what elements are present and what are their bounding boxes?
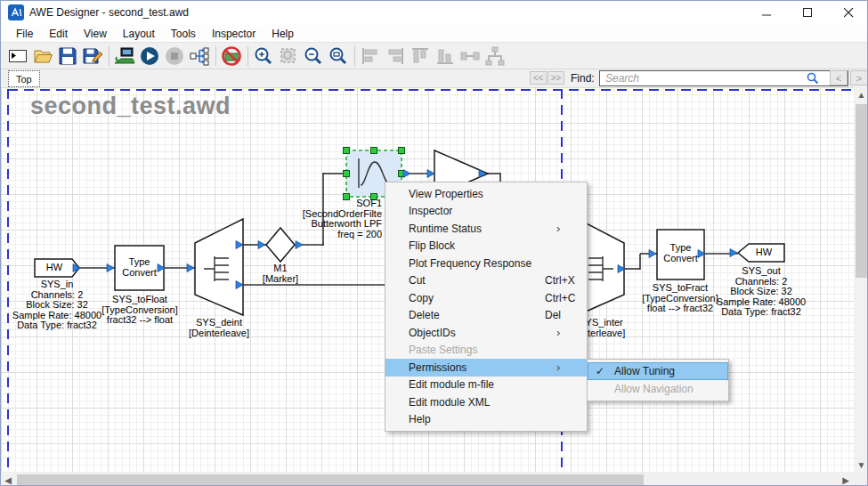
open-button[interactable] bbox=[31, 45, 54, 68]
menubar-item-layout[interactable]: Layout bbox=[115, 26, 163, 42]
canvas-title: second_test.awd bbox=[30, 93, 231, 120]
sys-deint-label: SYS_deint[Deinterleave] bbox=[189, 318, 249, 338]
menu-item-label: Help bbox=[409, 413, 431, 425]
new-design-icon bbox=[7, 45, 28, 67]
block-context-menu: View PropertiesInspectorRuntime Status›F… bbox=[385, 182, 588, 432]
connect-pins-button bbox=[458, 45, 482, 68]
vertical-scrollbar[interactable]: ▲ ▼ bbox=[854, 87, 868, 473]
menu-item-paste-settings: Paste Settings bbox=[385, 342, 587, 360]
menu-item-label: Edit module m-file bbox=[409, 378, 494, 391]
align-left-icon bbox=[360, 45, 381, 67]
maximize-icon bbox=[803, 8, 813, 18]
horizontal-scrollbar[interactable]: ◀ ▶ bbox=[1, 473, 854, 486]
new-design-button[interactable] bbox=[6, 45, 29, 68]
menu-item-objectids[interactable]: ObjectIDs› bbox=[385, 324, 587, 342]
app-logo-icon bbox=[8, 4, 24, 20]
save-icon bbox=[57, 45, 78, 67]
maximize-button[interactable] bbox=[787, 1, 828, 25]
submenu-arrow-icon: › bbox=[556, 222, 560, 235]
propagate-changes-button[interactable] bbox=[188, 45, 211, 68]
stop-icon bbox=[164, 45, 185, 67]
block-label-line: SOF1 bbox=[303, 198, 382, 209]
page-boundary-top bbox=[8, 89, 852, 91]
submenu-arrow-icon: › bbox=[556, 326, 560, 339]
submenu-item-label: Allow Tuning bbox=[614, 365, 675, 377]
menubar-item-edit[interactable]: Edit bbox=[41, 26, 76, 42]
align-bottom-button bbox=[434, 45, 457, 68]
find-prev-button[interactable]: < bbox=[830, 70, 848, 85]
find-label: Find: bbox=[571, 72, 595, 85]
align-top-button bbox=[409, 45, 432, 68]
submenu-arrow-icon: › bbox=[556, 360, 560, 374]
build-to-hardware-button[interactable] bbox=[113, 45, 136, 68]
hardware-disabled-button[interactable] bbox=[220, 45, 243, 68]
sys-tofract-label: SYS_toFract[TypeConversion]float --> fra… bbox=[642, 283, 718, 314]
minimize-button[interactable] bbox=[746, 1, 787, 25]
submenu-item-allow-tuning[interactable]: ✓Allow Tuning bbox=[588, 362, 728, 380]
align-left-button bbox=[359, 45, 382, 68]
menu-item-delete[interactable]: DeleteDel bbox=[385, 307, 587, 325]
minimize-icon bbox=[762, 8, 772, 18]
save-button[interactable] bbox=[56, 45, 79, 68]
page-boundary-left bbox=[7, 89, 9, 473]
sys-out-shape-label: HW bbox=[746, 247, 782, 258]
menubar-item-inspector[interactable]: Inspector bbox=[204, 26, 264, 42]
menu-item-copy[interactable]: CopyCtrl+C bbox=[385, 289, 587, 307]
menubar-item-file[interactable]: File bbox=[8, 26, 41, 42]
save-as-button[interactable] bbox=[81, 45, 104, 68]
sof1-label: SOF1[SecondOrderFilteButterworth LPFfreq… bbox=[303, 198, 382, 239]
sys-tofract-shape-label: Type Convert bbox=[653, 243, 708, 263]
close-icon bbox=[844, 8, 854, 18]
block-label-line: Data Type: fract32 bbox=[12, 320, 101, 331]
tab-top[interactable]: Top bbox=[8, 70, 40, 87]
scroll-down-icon[interactable]: ▼ bbox=[854, 458, 868, 473]
scroll-left-icon[interactable]: ◀ bbox=[1, 473, 15, 486]
block-label-line: SYS_deint bbox=[189, 318, 249, 328]
search-icon[interactable] bbox=[807, 72, 819, 85]
horizontal-scroll-thumb[interactable] bbox=[17, 474, 644, 485]
run-button[interactable] bbox=[138, 45, 161, 68]
find-prev-all-button[interactable]: << bbox=[530, 71, 547, 85]
block-label-line: SYS_toFloat bbox=[101, 295, 178, 305]
close-button[interactable] bbox=[828, 1, 868, 25]
menu-item-runtime-status[interactable]: Runtime Status› bbox=[385, 220, 587, 238]
zoom-in-button[interactable] bbox=[252, 45, 275, 68]
menubar-item-help[interactable]: Help bbox=[264, 26, 302, 42]
menu-item-permissions[interactable]: Permissions› bbox=[385, 359, 587, 377]
sys-in-label: SYS_inChannels: 2Block Size: 32Sample Ra… bbox=[12, 279, 101, 331]
route-wires-icon bbox=[484, 45, 506, 67]
menu-item-label: Cut bbox=[409, 274, 426, 287]
zoom-fit-button[interactable] bbox=[327, 45, 350, 68]
permissions-submenu: ✓Allow TuningAllow Navigation bbox=[587, 359, 729, 401]
scroll-up-icon[interactable]: ▲ bbox=[854, 87, 868, 102]
menu-item-plot-frequency-response[interactable]: Plot Frequency Response bbox=[385, 255, 587, 272]
menu-item-edit-module-xml[interactable]: Edit module XML bbox=[385, 393, 587, 411]
menu-item-edit-module-m-file[interactable]: Edit module m-file bbox=[385, 377, 587, 394]
menubar-item-tools[interactable]: Tools bbox=[163, 26, 204, 42]
align-bottom-icon bbox=[434, 45, 456, 67]
align-right-icon bbox=[385, 45, 406, 67]
menu-item-label: Runtime Status bbox=[409, 223, 482, 235]
align-right-button bbox=[384, 45, 407, 68]
find-next-all-button[interactable]: >> bbox=[548, 71, 564, 85]
zoom-in-icon bbox=[253, 45, 274, 67]
menu-item-flip-block[interactable]: Flip Block bbox=[385, 238, 587, 255]
scroll-right-icon[interactable]: ▶ bbox=[839, 473, 853, 486]
menu-item-inspector[interactable]: Inspector bbox=[385, 203, 587, 221]
menu-item-cut[interactable]: CutCtrl+X bbox=[385, 272, 587, 290]
menu-item-label: Copy bbox=[409, 292, 434, 304]
connect-pins-icon bbox=[459, 45, 481, 67]
menubar-item-view[interactable]: View bbox=[76, 26, 115, 42]
checkmark-icon: ✓ bbox=[596, 365, 604, 377]
open-folder-icon bbox=[32, 45, 53, 67]
zoom-out-button[interactable] bbox=[302, 45, 325, 68]
menu-item-view-properties[interactable]: View Properties bbox=[385, 185, 587, 203]
block-label-line: [Marker] bbox=[263, 274, 298, 285]
sys-in-shape-label: HW bbox=[37, 263, 72, 273]
menu-item-help[interactable]: Help bbox=[385, 411, 587, 429]
awe-designer-window: AWE Designer - second_test.awd FileEditV… bbox=[0, 0, 868, 486]
find-next-button[interactable]: > bbox=[850, 70, 868, 85]
vertical-scroll-thumb[interactable] bbox=[856, 104, 867, 278]
block-label-line: freq = 200 bbox=[303, 230, 382, 240]
block-label-line: SYS_out bbox=[717, 266, 806, 277]
